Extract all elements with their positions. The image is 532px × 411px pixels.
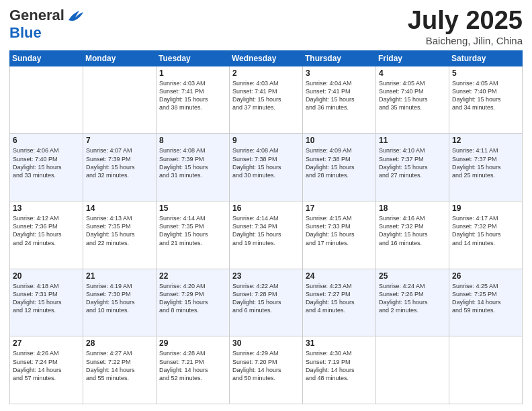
header: General Blue July 2025 Baicheng, Jilin, … bbox=[9, 7, 523, 46]
table-row: 10Sunrise: 4:09 AM Sunset: 7:38 PM Dayli… bbox=[303, 134, 376, 201]
table-row: 26Sunrise: 4:25 AM Sunset: 7:25 PM Dayli… bbox=[449, 269, 523, 336]
col-wednesday: Wednesday bbox=[230, 50, 303, 66]
calendar-week-row: 20Sunrise: 4:18 AM Sunset: 7:31 PM Dayli… bbox=[10, 269, 523, 336]
cell-info: Sunrise: 4:13 AM Sunset: 7:35 PM Dayligh… bbox=[86, 214, 153, 247]
day-number: 1 bbox=[159, 68, 226, 78]
cell-info: Sunrise: 4:25 AM Sunset: 7:25 PM Dayligh… bbox=[452, 282, 519, 315]
day-number: 31 bbox=[306, 338, 373, 348]
table-row: 28Sunrise: 4:27 AM Sunset: 7:22 PM Dayli… bbox=[83, 336, 157, 404]
cell-info: Sunrise: 4:16 AM Sunset: 7:32 PM Dayligh… bbox=[379, 214, 446, 247]
day-number: 15 bbox=[159, 203, 226, 213]
table-row: 31Sunrise: 4:30 AM Sunset: 7:19 PM Dayli… bbox=[303, 336, 376, 404]
month-title: July 2025 bbox=[408, 7, 523, 35]
cell-info: Sunrise: 4:19 AM Sunset: 7:30 PM Dayligh… bbox=[86, 282, 153, 315]
table-row: 11Sunrise: 4:10 AM Sunset: 7:37 PM Dayli… bbox=[376, 134, 449, 201]
cell-info: Sunrise: 4:14 AM Sunset: 7:34 PM Dayligh… bbox=[232, 214, 300, 247]
day-number: 8 bbox=[159, 136, 226, 145]
cell-info: Sunrise: 4:08 AM Sunset: 7:39 PM Dayligh… bbox=[159, 146, 226, 179]
cell-info: Sunrise: 4:27 AM Sunset: 7:22 PM Dayligh… bbox=[86, 349, 153, 382]
cell-info: Sunrise: 4:30 AM Sunset: 7:19 PM Dayligh… bbox=[306, 349, 373, 382]
title-block: July 2025 Baicheng, Jilin, China bbox=[408, 7, 523, 46]
table-row: 5Sunrise: 4:05 AM Sunset: 7:40 PM Daylig… bbox=[449, 66, 523, 134]
table-row: 20Sunrise: 4:18 AM Sunset: 7:31 PM Dayli… bbox=[10, 269, 83, 336]
day-number: 25 bbox=[379, 271, 446, 281]
day-number: 14 bbox=[86, 203, 153, 213]
day-number: 5 bbox=[452, 68, 519, 78]
cell-info: Sunrise: 4:08 AM Sunset: 7:38 PM Dayligh… bbox=[232, 146, 300, 179]
cell-info: Sunrise: 4:03 AM Sunset: 7:41 PM Dayligh… bbox=[232, 79, 300, 112]
table-row: 2Sunrise: 4:03 AM Sunset: 7:41 PM Daylig… bbox=[230, 66, 303, 134]
logo-general-text: General bbox=[9, 7, 64, 24]
cell-info: Sunrise: 4:12 AM Sunset: 7:36 PM Dayligh… bbox=[13, 214, 80, 247]
cell-info: Sunrise: 4:04 AM Sunset: 7:41 PM Dayligh… bbox=[306, 79, 373, 112]
day-number: 21 bbox=[86, 271, 153, 281]
cell-info: Sunrise: 4:05 AM Sunset: 7:40 PM Dayligh… bbox=[379, 79, 446, 112]
col-friday: Friday bbox=[376, 50, 449, 66]
table-row: 15Sunrise: 4:14 AM Sunset: 7:35 PM Dayli… bbox=[157, 201, 230, 269]
cell-info: Sunrise: 4:07 AM Sunset: 7:39 PM Dayligh… bbox=[86, 146, 153, 179]
col-tuesday: Tuesday bbox=[157, 50, 230, 66]
table-row: 22Sunrise: 4:20 AM Sunset: 7:29 PM Dayli… bbox=[157, 269, 230, 336]
day-number: 20 bbox=[13, 271, 80, 281]
calendar-table: Sunday Monday Tuesday Wednesday Thursday… bbox=[9, 50, 523, 404]
day-number: 7 bbox=[86, 136, 153, 145]
day-number: 28 bbox=[86, 338, 153, 348]
table-row: 13Sunrise: 4:12 AM Sunset: 7:36 PM Dayli… bbox=[10, 201, 83, 269]
cell-info: Sunrise: 4:28 AM Sunset: 7:21 PM Dayligh… bbox=[159, 349, 226, 382]
cell-info: Sunrise: 4:29 AM Sunset: 7:20 PM Dayligh… bbox=[232, 349, 300, 382]
cell-info: Sunrise: 4:06 AM Sunset: 7:40 PM Dayligh… bbox=[13, 146, 80, 179]
cell-info: Sunrise: 4:24 AM Sunset: 7:26 PM Dayligh… bbox=[379, 282, 446, 315]
day-number: 27 bbox=[13, 338, 80, 348]
table-row: 25Sunrise: 4:24 AM Sunset: 7:26 PM Dayli… bbox=[376, 269, 449, 336]
day-number: 3 bbox=[306, 68, 373, 78]
day-number: 30 bbox=[232, 338, 300, 348]
table-row: 14Sunrise: 4:13 AM Sunset: 7:35 PM Dayli… bbox=[83, 201, 157, 269]
day-number: 17 bbox=[306, 203, 373, 213]
cell-info: Sunrise: 4:18 AM Sunset: 7:31 PM Dayligh… bbox=[13, 282, 80, 315]
day-number: 24 bbox=[306, 271, 373, 281]
calendar-week-row: 1Sunrise: 4:03 AM Sunset: 7:41 PM Daylig… bbox=[10, 66, 523, 134]
calendar-week-row: 6Sunrise: 4:06 AM Sunset: 7:40 PM Daylig… bbox=[10, 134, 523, 201]
col-monday: Monday bbox=[83, 50, 157, 66]
table-row: 30Sunrise: 4:29 AM Sunset: 7:20 PM Dayli… bbox=[230, 336, 303, 404]
table-row: 24Sunrise: 4:23 AM Sunset: 7:27 PM Dayli… bbox=[303, 269, 376, 336]
table-row bbox=[10, 66, 83, 134]
day-number: 19 bbox=[452, 203, 519, 213]
table-row: 12Sunrise: 4:11 AM Sunset: 7:37 PM Dayli… bbox=[449, 134, 523, 201]
cell-info: Sunrise: 4:14 AM Sunset: 7:35 PM Dayligh… bbox=[159, 214, 226, 247]
calendar-week-row: 27Sunrise: 4:26 AM Sunset: 7:24 PM Dayli… bbox=[10, 336, 523, 404]
logo-bird-icon bbox=[66, 8, 85, 23]
table-row: 7Sunrise: 4:07 AM Sunset: 7:39 PM Daylig… bbox=[83, 134, 157, 201]
table-row: 8Sunrise: 4:08 AM Sunset: 7:39 PM Daylig… bbox=[157, 134, 230, 201]
cell-info: Sunrise: 4:22 AM Sunset: 7:28 PM Dayligh… bbox=[232, 282, 300, 315]
cell-info: Sunrise: 4:15 AM Sunset: 7:33 PM Dayligh… bbox=[306, 214, 373, 247]
location-subtitle: Baicheng, Jilin, China bbox=[408, 35, 523, 46]
day-number: 2 bbox=[232, 68, 300, 78]
table-row: 21Sunrise: 4:19 AM Sunset: 7:30 PM Dayli… bbox=[83, 269, 157, 336]
cell-info: Sunrise: 4:20 AM Sunset: 7:29 PM Dayligh… bbox=[159, 282, 226, 315]
day-number: 13 bbox=[13, 203, 80, 213]
logo: General Blue bbox=[9, 7, 85, 42]
table-row: 17Sunrise: 4:15 AM Sunset: 7:33 PM Dayli… bbox=[303, 201, 376, 269]
day-number: 10 bbox=[306, 136, 373, 145]
table-row: 16Sunrise: 4:14 AM Sunset: 7:34 PM Dayli… bbox=[230, 201, 303, 269]
day-number: 18 bbox=[379, 203, 446, 213]
cell-info: Sunrise: 4:09 AM Sunset: 7:38 PM Dayligh… bbox=[306, 146, 373, 179]
table-row: 23Sunrise: 4:22 AM Sunset: 7:28 PM Dayli… bbox=[230, 269, 303, 336]
day-number: 11 bbox=[379, 136, 446, 145]
table-row: 18Sunrise: 4:16 AM Sunset: 7:32 PM Dayli… bbox=[376, 201, 449, 269]
logo-blue-text: Blue bbox=[9, 24, 42, 42]
cell-info: Sunrise: 4:23 AM Sunset: 7:27 PM Dayligh… bbox=[306, 282, 373, 315]
col-sunday: Sunday bbox=[10, 50, 83, 66]
cell-info: Sunrise: 4:03 AM Sunset: 7:41 PM Dayligh… bbox=[159, 79, 226, 112]
cell-info: Sunrise: 4:10 AM Sunset: 7:37 PM Dayligh… bbox=[379, 146, 446, 179]
day-number: 23 bbox=[232, 271, 300, 281]
day-number: 12 bbox=[452, 136, 519, 145]
day-number: 4 bbox=[379, 68, 446, 78]
calendar-week-row: 13Sunrise: 4:12 AM Sunset: 7:36 PM Dayli… bbox=[10, 201, 523, 269]
cell-info: Sunrise: 4:05 AM Sunset: 7:40 PM Dayligh… bbox=[452, 79, 519, 112]
table-row bbox=[83, 66, 157, 134]
cell-info: Sunrise: 4:17 AM Sunset: 7:32 PM Dayligh… bbox=[452, 214, 519, 247]
table-row: 1Sunrise: 4:03 AM Sunset: 7:41 PM Daylig… bbox=[157, 66, 230, 134]
calendar-header-row: Sunday Monday Tuesday Wednesday Thursday… bbox=[10, 50, 523, 66]
